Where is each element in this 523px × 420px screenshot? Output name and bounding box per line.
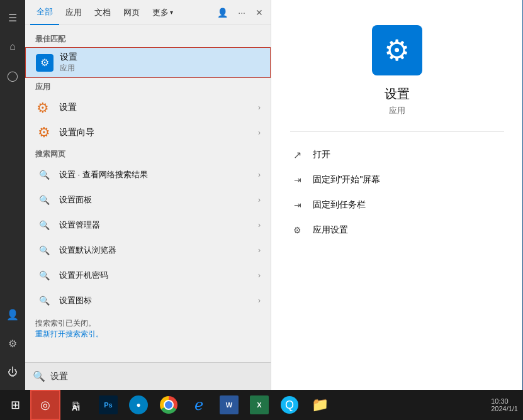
tab-apps[interactable]: 应用 [59, 0, 88, 25]
close-icon[interactable]: ✕ [253, 5, 266, 20]
power-icon[interactable]: ⏻ [0, 358, 25, 386]
taskbar-folder[interactable]: 📁 [305, 390, 335, 420]
user-icon[interactable]: 👤 [0, 301, 25, 328]
taskbar-blue-app[interactable]: ● [123, 390, 154, 420]
search-icon-2: 🔍 [35, 191, 53, 209]
web-item-5-text: 设置开机密码 [59, 270, 258, 281]
detail-app-icon: ⚙ [372, 25, 422, 75]
home-icon[interactable]: ⌂ [0, 33, 25, 60]
notice-line1: 搜索索引已关闭。 [35, 318, 261, 329]
search-icon-6: 🔍 [35, 292, 53, 309]
chevron-right-icon: › [258, 103, 261, 112]
start-menu: ☰ ⌂ ◯ 👤 ⚙ ⏻ 全部 应用 文档 网页 更多 ▾ 👤 [0, 0, 523, 390]
action-open[interactable]: ↗ 打开 [290, 142, 504, 167]
ps-icon: Ps [99, 395, 118, 414]
excel-icon: X [250, 395, 269, 414]
detail-actions: ↗ 打开 ⇥ 固定到"开始"屏幕 ⇥ 固定到任务栏 ⚙ 应用设置 [290, 142, 504, 243]
search-icon-4: 🔍 [35, 241, 53, 259]
app-settings-text: 设置 [59, 102, 258, 113]
person-icon[interactable]: ◯ [0, 62, 25, 89]
chevron-right4-icon: › [258, 196, 261, 204]
detail-title: 设置 [385, 86, 410, 102]
taskbar-excel[interactable]: X [244, 390, 274, 420]
app-wizard-title: 设置向导 [59, 127, 258, 138]
web-item-2-text: 设置面板 [59, 194, 258, 206]
apps-label: 应用 [25, 78, 271, 95]
app-item-settings[interactable]: ⚙ 设置 › [25, 95, 271, 120]
best-match-label: 最佳匹配 [25, 30, 271, 47]
best-match-icon: ⚙ [36, 54, 53, 72]
hamburger-icon[interactable]: ☰ [0, 4, 25, 31]
tab-more[interactable]: 更多 ▾ [146, 0, 179, 25]
detail-divider [290, 131, 504, 132]
start-button[interactable]: ⊞ [0, 390, 30, 420]
settings-gear-icon: ⚙ [36, 54, 53, 72]
orange-gear2-icon: ⚙ [38, 124, 50, 141]
app-settings-title: 设置 [59, 102, 258, 113]
taskbar-apps: Ps ● ℯ W X Q [91, 390, 491, 420]
detail-type: 应用 [389, 105, 405, 116]
bottom-search-bar: 🔍 设置 [25, 362, 271, 390]
tab-docs[interactable]: 文档 [88, 0, 117, 25]
web-item-6[interactable]: 🔍 设置图标 › [25, 288, 271, 313]
action-pin-start-text: 固定到"开始"屏幕 [313, 174, 381, 185]
action-app-settings-text: 应用设置 [313, 224, 348, 236]
results-area: 最佳匹配 ⚙ 设置 应用 应用 ⚙ [25, 25, 271, 362]
person-tab-icon[interactable]: 👤 [215, 5, 230, 20]
action-pin-start[interactable]: ⇥ 固定到"开始"屏幕 [290, 167, 504, 192]
action-app-settings[interactable]: ⚙ 应用设置 [290, 218, 504, 243]
detail-panel: ⚙ 设置 应用 ↗ 打开 ⇥ 固定到"开始"屏幕 ⇥ 固定到任务栏 ⚙ [271, 0, 522, 390]
ellipsis-icon[interactable]: ··· [235, 5, 248, 20]
taskbar-qq[interactable]: Q [274, 390, 305, 420]
tab-icons: 👤 ··· ✕ [215, 5, 266, 20]
blue-app-icon: ● [129, 395, 148, 414]
orange-gear-icon: ⚙ [37, 100, 52, 115]
action-pin-taskbar[interactable]: ⇥ 固定到任务栏 [290, 192, 504, 218]
web-item-1-title: 设置 · 查看网络搜索结果 [59, 169, 258, 180]
open-icon: ↗ [290, 147, 305, 162]
web-item-2-title: 设置面板 [59, 194, 258, 206]
web-item-3-title: 设置管理器 [59, 219, 258, 231]
settings-icon[interactable]: ⚙ [0, 329, 25, 357]
search-notice: 搜索索引已关闭。 重新打开搜索索引。 [25, 313, 271, 345]
app-settings-action-icon: ⚙ [290, 223, 305, 238]
web-item-4-title: 设置默认浏览器 [59, 245, 258, 256]
chrome-icon [160, 396, 177, 414]
web-item-4[interactable]: 🔍 设置默认浏览器 › [25, 238, 271, 263]
pin-taskbar-icon: ⇥ [290, 197, 305, 213]
search-icon-5: 🔍 [35, 267, 53, 284]
reopen-index-link[interactable]: 重新打开搜索索引。 [35, 329, 103, 338]
web-item-3[interactable]: 🔍 设置管理器 › [25, 213, 271, 238]
taskbar-ps[interactable]: Ps [93, 390, 123, 420]
web-item-2[interactable]: 🔍 设置面板 › [25, 187, 271, 213]
search-panel: 全部 应用 文档 网页 更多 ▾ 👤 ··· ✕ 最佳匹配 [25, 0, 271, 390]
word-icon: W [220, 395, 239, 414]
app-wizard-text: 设置向导 [59, 127, 258, 138]
desktop: ☰ ⌂ ◯ 👤 ⚙ ⏻ 全部 应用 文档 网页 更多 ▾ 👤 [0, 0, 523, 420]
web-item-1-text: 设置 · 查看网络搜索结果 [59, 169, 258, 180]
taskbar-time: 10:302024/1/1 [491, 397, 518, 412]
taskbar-word[interactable]: W [214, 390, 244, 420]
web-item-5[interactable]: 🔍 设置开机密码 › [25, 263, 271, 288]
tab-all[interactable]: 全部 [30, 0, 59, 25]
web-item-4-text: 设置默认浏览器 [59, 245, 258, 256]
ie-icon: ℯ [194, 396, 203, 414]
taskbar-search-button[interactable]: ◎ [30, 390, 60, 420]
app-item-setup-wizard[interactable]: ⚙ 设置向导 › [25, 120, 271, 145]
best-match-subtitle: 应用 [60, 63, 260, 74]
pin-start-icon: ⇥ [290, 172, 305, 187]
web-item-1[interactable]: 🔍 设置 · 查看网络搜索结果 › [25, 162, 271, 187]
tab-web[interactable]: 网页 [117, 0, 146, 25]
best-match-title: 设置 [60, 52, 260, 63]
best-match-item[interactable]: ⚙ 设置 应用 [25, 47, 271, 78]
action-open-text: 打开 [313, 149, 330, 160]
web-item-6-text: 设置图标 [59, 295, 258, 306]
taskbar-right: 10:302024/1/1 [491, 397, 523, 412]
chevron-right3-icon: › [258, 170, 261, 179]
taskbar-chrome[interactable] [154, 390, 184, 420]
qq-icon: Q [281, 396, 298, 414]
taskbar-ie[interactable]: ℯ [184, 390, 214, 420]
web-label: 搜索网页 [25, 145, 271, 162]
app-wizard-icon: ⚙ [35, 124, 53, 141]
folder-icon: 📁 [312, 397, 329, 413]
